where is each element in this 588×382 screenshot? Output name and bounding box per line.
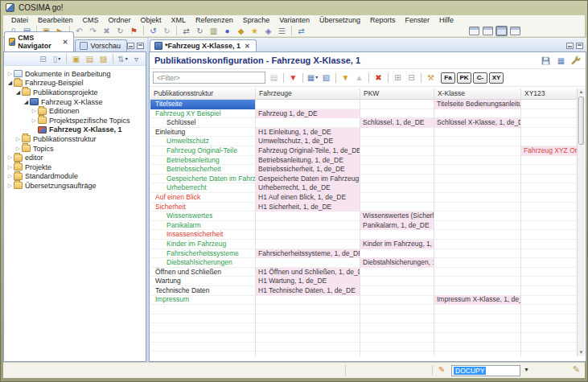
table-row-titelseite[interactable]: TitelseiteTitelseite Bedienungsanleitu (150, 100, 579, 109)
tree-item-standardmodule[interactable]: ▷Standardmodule (4, 172, 146, 182)
expand-arrow-icon[interactable]: ▷ (6, 154, 14, 161)
config-cell[interactable] (360, 268, 434, 277)
menu-cms[interactable]: CMS (78, 16, 104, 24)
title-bar[interactable]: COSIMA go! (1, 1, 587, 14)
menu-bearbeiten[interactable]: Bearbeiten (33, 16, 78, 24)
config-cell[interactable] (434, 183, 521, 193)
search-icon[interactable]: ◈ (262, 26, 274, 36)
config-cell[interactable] (360, 137, 434, 146)
table-row-betriebsanleitung[interactable]: BetriebsanleitungBetriebsanleitung, 1, d… (150, 156, 579, 166)
lang-button-fa[interactable]: Fa (441, 72, 455, 84)
show-in-icon[interactable]: ▨ (97, 54, 109, 64)
maximize-icon[interactable] (576, 43, 583, 49)
menu-fenster[interactable]: Fenster (401, 16, 435, 24)
menu-sprache[interactable]: Sprache (238, 16, 275, 24)
tree-item-editor[interactable]: ▷editor (4, 153, 146, 162)
scroll-up-icon[interactable]: ▲ (578, 88, 585, 96)
tree-item-projekte[interactable]: ▷Projekte (4, 162, 146, 172)
config-cell[interactable] (434, 165, 521, 175)
perspective-editor-icon[interactable] (510, 27, 520, 35)
save-icon[interactable] (541, 55, 551, 66)
table-row-impressum[interactable]: ImpressumImpressum X-Klasse, 1, de_I (150, 295, 579, 305)
table-row-panikalarm[interactable]: PanikalarmPanikalarm, 1, de_DE (150, 221, 579, 231)
table-row-technische-daten[interactable]: Technische DatenH1 Technische Daten, 1, … (150, 286, 579, 296)
status-combo-field[interactable]: DOCUPY (451, 365, 520, 376)
config-cell[interactable]: Fahrzeug 1, de_DE (256, 109, 360, 119)
config-cell[interactable]: Schlüssel X-Klasse, 1, de_DE (434, 118, 521, 128)
expand-arrow-icon[interactable]: ▷ (14, 136, 22, 142)
config-cell[interactable] (360, 203, 434, 212)
config-cell[interactable]: Impressum X-Klasse, 1, de_I (434, 295, 521, 305)
link-editor-icon[interactable]: ▤ (84, 54, 96, 64)
structure-cell[interactable]: Wissenswertes (150, 212, 256, 221)
config-cell[interactable] (256, 212, 360, 221)
table-row-schlüssel[interactable]: SchlüsselSchlüssel, 1, de_DESchlüssel X-… (150, 118, 579, 128)
config-cell[interactable] (521, 258, 579, 268)
menu-varianten[interactable]: Varianten (274, 16, 315, 24)
config-cell[interactable] (256, 118, 360, 128)
config-cell[interactable]: Wissenswertes (Sicherheit), (360, 212, 434, 221)
tab-fahrzeug-x-klasse-1[interactable]: *Fahrzeug X-Klasse, 1 ✕ (150, 39, 257, 51)
structure-cell[interactable]: Kinder im Fahrzeug (150, 240, 256, 249)
structure-cell[interactable]: Sicherheit (150, 203, 256, 212)
menu-objekt[interactable]: Objekt (136, 16, 167, 24)
config-cell[interactable] (434, 203, 521, 212)
lang-button-c[interactable]: C- (473, 72, 487, 84)
refresh-icon[interactable]: ↻ (114, 26, 126, 36)
config-cell[interactable]: Diebstahlsicherungen, 1, de (360, 258, 434, 268)
publish-icon[interactable]: ● (221, 26, 233, 36)
config-cell[interactable] (521, 221, 579, 231)
filter-input[interactable]: <Filter> (153, 72, 265, 84)
structure-cell[interactable]: Insassensicherheit (150, 230, 256, 240)
settings-icon[interactable]: ☰ (276, 26, 288, 36)
lang-button-xy[interactable]: XY (489, 72, 504, 84)
structure-cell[interactable]: Gespeicherte Daten im Fahrzeug (150, 175, 256, 184)
expand-arrow-icon[interactable]: ▷ (6, 173, 14, 179)
tree-item-fahrzeug-beispiel[interactable]: ◢Fahrzeug-Beispiel (4, 79, 146, 88)
config-cell[interactable]: H1 Öffnen und Schließen, 1, de_DE (256, 268, 360, 277)
config-cell[interactable]: Fahrzeug Original-Teile, 1, de_DE (256, 146, 360, 156)
report-icon[interactable]: ▥ (208, 26, 220, 36)
alert-icon[interactable]: ⚑ (128, 26, 140, 36)
table-row-urheberrecht[interactable]: UrheberrechtUrheberrecht, 1, de_DE (150, 183, 579, 193)
config-cell[interactable] (360, 230, 434, 240)
config-cell[interactable] (434, 128, 521, 138)
column-header-xy123[interactable]: XY123 (521, 88, 579, 99)
move-up-icon[interactable]: ▲ (353, 72, 365, 83)
sync-icon[interactable]: ↻ (194, 26, 206, 36)
chevron-down-icon[interactable]: ▼ (524, 367, 529, 372)
config-cell[interactable] (256, 221, 360, 231)
column-header-fahrzeuge[interactable]: Fahrzeuge (256, 88, 360, 99)
config-cell[interactable] (360, 193, 434, 203)
tree-item-fahrzeug-x-klasse[interactable]: ◢Fahrzeug X-Klasse (4, 97, 146, 107)
filter-icon[interactable]: ▼ (287, 72, 299, 83)
redo-icon[interactable]: ↷ (87, 26, 99, 36)
structure-cell[interactable]: Diebstahlsicherungen (150, 258, 256, 268)
config-cell[interactable]: H1 Einleitung, 1, de_DE (256, 128, 360, 138)
config-cell[interactable] (434, 146, 521, 156)
config-cell[interactable] (434, 212, 521, 221)
structure-cell[interactable]: Wartung (150, 277, 256, 286)
view-menu-icon[interactable]: ▿ (130, 54, 142, 64)
table-row-umweltschutz[interactable]: UmweltschutzUmweltschutz, 1, de_DE (150, 137, 579, 146)
config-cell[interactable]: H1 Technische Daten, 1, de_DE (256, 286, 360, 296)
wrench-icon[interactable]: ⚒ (425, 72, 437, 83)
table-row-insassensicherheit[interactable]: Insassensicherheit (150, 230, 579, 240)
table-row-betriebssicherheit[interactable]: BetriebssicherheitBetriebssicherheit, 1,… (150, 165, 579, 175)
config-cell[interactable] (360, 277, 434, 286)
scrollbar-thumb[interactable] (578, 97, 584, 145)
config-cell[interactable] (360, 183, 434, 193)
table-row-wartung[interactable]: WartungH1 Wartung, 1, de_DE (150, 277, 579, 286)
tab-cms-navigator[interactable]: CMS Navigator ✕ (4, 31, 74, 51)
column-header-publikationsstruktur[interactable]: Publikationsstruktur (150, 88, 256, 99)
table-row-gespeicherte-daten-im-fahrzeug[interactable]: Gespeicherte Daten im FahrzeugGespeicher… (150, 175, 579, 184)
menu-übersetzung[interactable]: Übersetzung (315, 16, 365, 24)
assign-new-icon[interactable]: ▧ (320, 72, 332, 83)
table-row-öffnen-und-schließen[interactable]: Öffnen und SchließenH1 Öffnen und Schlie… (150, 268, 579, 277)
chevron-down-icon[interactable]: ▾ (58, 54, 60, 64)
config-cell[interactable] (521, 156, 579, 166)
config-cell[interactable] (434, 240, 521, 249)
collapse-all-icon[interactable]: ⊟ (37, 54, 49, 64)
config-cell[interactable] (521, 230, 579, 240)
menu-referenzen[interactable]: Referenzen (191, 16, 238, 24)
